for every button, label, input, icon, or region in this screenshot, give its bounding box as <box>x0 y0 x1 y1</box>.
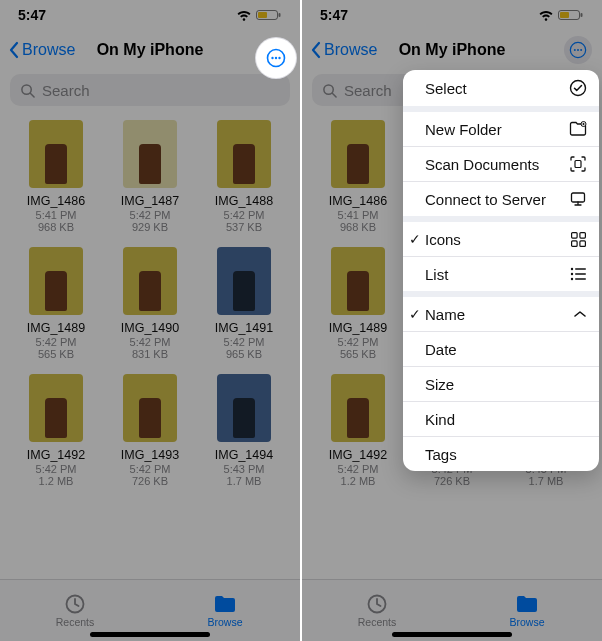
file-size: 565 KB <box>340 348 376 360</box>
tab-browse-label: Browse <box>207 616 242 628</box>
phone-left: 5:47 Browse On My iPhone Search IMG_1486… <box>0 0 300 641</box>
more-button[interactable] <box>564 36 592 64</box>
menu-list-label: List <box>425 266 448 283</box>
more-button[interactable] <box>256 38 296 78</box>
file-item[interactable]: IMG_14875:42 PM929 KB <box>106 120 194 233</box>
chevron-up-icon <box>573 309 587 319</box>
file-name: IMG_1486 <box>27 194 85 208</box>
file-thumbnail <box>29 247 83 315</box>
page-title: On My iPhone <box>0 41 300 59</box>
menu-sort-date[interactable]: Date <box>403 332 599 366</box>
menu-sort-size[interactable]: Size <box>403 367 599 401</box>
file-item[interactable]: IMG_14895:42 PM565 KB <box>314 247 402 360</box>
file-time: 5:41 PM <box>338 209 379 221</box>
svg-point-15 <box>577 49 579 51</box>
page-title: On My iPhone <box>302 41 602 59</box>
file-time: 5:42 PM <box>130 209 171 221</box>
svg-line-4 <box>30 93 34 97</box>
wifi-icon <box>236 9 252 21</box>
menu-scan-documents[interactable]: Scan Documents <box>403 147 599 181</box>
file-item[interactable]: IMG_14865:41 PM968 KB <box>314 120 402 233</box>
file-name: IMG_1492 <box>27 448 85 462</box>
menu-sort-tags-label: Tags <box>425 446 457 463</box>
svg-point-16 <box>580 49 582 51</box>
file-size: 1.7 MB <box>227 475 262 487</box>
file-item[interactable]: IMG_14945:43 PM1.7 MB <box>200 374 288 487</box>
file-thumbnail <box>217 374 271 442</box>
file-size: 968 KB <box>340 221 376 233</box>
file-thumbnail <box>123 374 177 442</box>
file-time: 5:41 PM <box>36 209 77 221</box>
menu-select[interactable]: Select <box>403 70 599 106</box>
file-size: 726 KB <box>132 475 168 487</box>
svg-rect-2 <box>279 13 281 17</box>
menu-new-folder[interactable]: New Folder <box>403 112 599 146</box>
file-item[interactable]: IMG_14865:41 PM968 KB <box>12 120 100 233</box>
navbar: Browse On My iPhone <box>0 30 300 70</box>
file-name: IMG_1491 <box>215 321 273 335</box>
file-item[interactable]: IMG_14885:42 PM537 KB <box>200 120 288 233</box>
menu-new-folder-label: New Folder <box>425 121 502 138</box>
checkmark-circle-icon <box>569 79 587 97</box>
menu-sort-name[interactable]: ✓ Name <box>403 297 599 331</box>
file-thumbnail <box>331 247 385 315</box>
menu-sort-kind-label: Kind <box>425 411 455 428</box>
file-thumbnail <box>331 120 385 188</box>
menu-sort-kind[interactable]: Kind <box>403 402 599 436</box>
file-item[interactable]: IMG_14905:42 PM831 KB <box>106 247 194 360</box>
file-size: 1.2 MB <box>341 475 376 487</box>
file-size: 831 KB <box>132 348 168 360</box>
svg-point-9 <box>278 57 280 59</box>
svg-rect-12 <box>581 13 583 17</box>
file-name: IMG_1490 <box>121 321 179 335</box>
browse-icon <box>213 593 237 615</box>
file-time: 5:42 PM <box>130 463 171 475</box>
svg-point-7 <box>271 57 273 59</box>
file-thumbnail <box>29 120 83 188</box>
status-right <box>236 9 282 21</box>
file-thumbnail <box>29 374 83 442</box>
home-indicator[interactable] <box>90 632 210 637</box>
browse-icon <box>515 593 539 615</box>
file-size: 1.7 MB <box>529 475 564 487</box>
file-name: IMG_1486 <box>329 194 387 208</box>
server-icon <box>569 190 587 208</box>
recents-icon <box>64 593 86 615</box>
svg-point-20 <box>571 81 586 96</box>
checkmark-icon: ✓ <box>409 231 421 247</box>
search-icon <box>322 83 337 98</box>
file-time: 5:42 PM <box>36 336 77 348</box>
file-name: IMG_1487 <box>121 194 179 208</box>
file-time: 5:42 PM <box>36 463 77 475</box>
file-grid-left: IMG_14865:41 PM968 KBIMG_14875:42 PM929 … <box>0 112 300 487</box>
menu-connect-label: Connect to Server <box>425 191 546 208</box>
menu-view-list[interactable]: List <box>403 257 599 291</box>
file-item[interactable]: IMG_14915:42 PM965 KB <box>200 247 288 360</box>
recents-icon <box>366 593 388 615</box>
status-right <box>538 9 584 21</box>
file-size: 929 KB <box>132 221 168 233</box>
file-item[interactable]: IMG_14925:42 PM1.2 MB <box>314 374 402 487</box>
home-indicator[interactable] <box>392 632 512 637</box>
menu-connect-server[interactable]: Connect to Server <box>403 182 599 216</box>
tab-recents-label: Recents <box>358 616 397 628</box>
context-menu: Select New Folder Scan Documents Connect… <box>403 70 599 471</box>
file-size: 965 KB <box>226 348 262 360</box>
svg-rect-1 <box>258 12 267 18</box>
file-item[interactable]: IMG_14925:42 PM1.2 MB <box>12 374 100 487</box>
file-thumbnail <box>217 120 271 188</box>
menu-view-icons[interactable]: ✓ Icons <box>403 222 599 256</box>
list-icon <box>570 267 587 281</box>
search-icon <box>20 83 35 98</box>
menu-sort-tags[interactable]: Tags <box>403 437 599 471</box>
file-thumbnail <box>123 247 177 315</box>
svg-point-14 <box>574 49 576 51</box>
search-input[interactable]: Search <box>10 74 290 106</box>
file-name: IMG_1494 <box>215 448 273 462</box>
statusbar: 5:47 <box>302 0 602 30</box>
file-size: 726 KB <box>434 475 470 487</box>
file-item[interactable]: IMG_14895:42 PM565 KB <box>12 247 100 360</box>
menu-sort-name-label: Name <box>425 306 465 323</box>
file-thumbnail <box>123 120 177 188</box>
file-item[interactable]: IMG_14935:42 PM726 KB <box>106 374 194 487</box>
